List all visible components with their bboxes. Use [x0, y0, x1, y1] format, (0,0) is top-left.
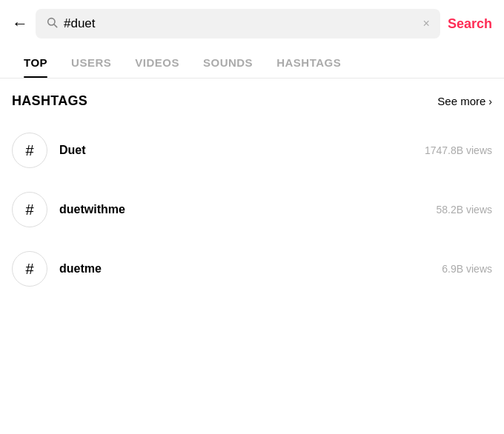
see-more-button[interactable]: See more ›: [437, 95, 492, 107]
hashtag-icon-duet: #: [12, 133, 47, 168]
list-item[interactable]: # Duet 1747.8B views: [12, 121, 492, 180]
hashtag-name: duetwithme: [59, 203, 437, 216]
list-item[interactable]: # duetme 6.9B views: [12, 239, 492, 298]
hashtags-title: HASHTAGS: [12, 93, 87, 109]
hashtag-icon-duetme: #: [12, 251, 47, 287]
tabs-bar: TOP USERS VIDEOS SOUNDS HASHTAGS: [0, 47, 504, 79]
see-more-label: See more: [437, 95, 485, 107]
clear-icon[interactable]: ×: [423, 17, 430, 30]
hashtag-views: 58.2B views: [437, 204, 492, 216]
header: ← × Search: [0, 0, 504, 47]
tab-sounds[interactable]: SOUNDS: [191, 47, 265, 78]
search-icon: [46, 16, 58, 31]
search-bar: ×: [36, 9, 440, 39]
hashtag-name: Duet: [59, 144, 425, 157]
hashtag-name: duetme: [59, 262, 442, 276]
back-icon: ←: [12, 16, 28, 32]
tab-top[interactable]: TOP: [12, 47, 59, 78]
hash-symbol: #: [25, 261, 33, 278]
hash-symbol: #: [25, 142, 33, 159]
hashtag-icon-duetwithme: #: [12, 192, 47, 227]
search-button[interactable]: Search: [448, 16, 492, 32]
svg-line-1: [54, 24, 57, 27]
list-item[interactable]: # duetwithme 58.2B views: [12, 180, 492, 239]
hashtag-views: 1747.8B views: [425, 144, 492, 156]
chevron-right-icon: ›: [488, 96, 492, 107]
hashtag-list: # Duet 1747.8B views # duetwithme 58.2B …: [12, 121, 492, 298]
back-button[interactable]: ←: [12, 16, 28, 32]
content-area: HASHTAGS See more › # Duet 1747.8B views…: [0, 79, 504, 313]
tab-videos[interactable]: VIDEOS: [123, 47, 191, 78]
search-input[interactable]: [64, 16, 417, 31]
hashtags-section-header: HASHTAGS See more ›: [12, 93, 492, 109]
hash-symbol: #: [25, 201, 33, 218]
tab-hashtags[interactable]: HASHTAGS: [265, 47, 353, 78]
hashtag-views: 6.9B views: [442, 263, 492, 275]
tab-users[interactable]: USERS: [59, 47, 123, 78]
